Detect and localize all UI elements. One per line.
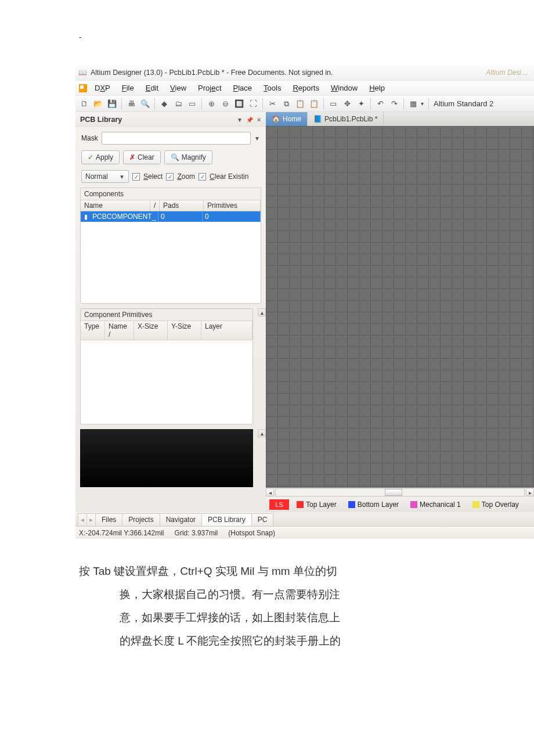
scroll-right-icon[interactable]: ▸ xyxy=(526,488,534,496)
toolbar-layer-combo[interactable]: Altium Standard 2 xyxy=(428,98,498,110)
menu-view[interactable]: View xyxy=(165,82,192,93)
select-checkbox[interactable]: ✓ xyxy=(132,173,140,181)
panel-menu-icon[interactable]: ▼ xyxy=(237,117,243,123)
layer-set-button[interactable]: LS xyxy=(269,499,289,510)
move-icon[interactable]: ✥ xyxy=(341,98,353,110)
component-row[interactable]: ▮ PCBCOMPONENT_ 0 0 xyxy=(81,211,261,222)
swatch-icon xyxy=(348,501,355,508)
primitives-label: Component Primitives xyxy=(81,309,252,321)
menu-dxp[interactable]: DXP xyxy=(89,82,116,93)
deselect-icon[interactable]: ✦ xyxy=(355,98,367,110)
menu-place[interactable]: Place xyxy=(228,82,258,93)
new-doc-icon[interactable]: 🗋 xyxy=(78,98,91,110)
components-label: Components xyxy=(81,188,261,200)
clear-button[interactable]: ✗Clear xyxy=(123,150,161,164)
toolbar-sep xyxy=(403,98,404,110)
menu-window[interactable]: Window xyxy=(326,82,363,93)
layer-top-overlay[interactable]: Top Overlay xyxy=(468,499,523,510)
pcol-ysize[interactable]: Y-Size xyxy=(168,321,201,340)
tab-navigator[interactable]: Navigator xyxy=(160,513,202,525)
components-group: Components Name / Pads Primitives ▮ PCBC… xyxy=(80,188,261,304)
zoom-checkbox[interactable]: ✓ xyxy=(166,173,174,181)
mask-label: Mask xyxy=(81,134,98,142)
menu-tools[interactable]: Tools xyxy=(258,82,286,93)
tab-home[interactable]: 🏠 Home xyxy=(266,112,308,126)
toolbar-sep xyxy=(262,98,263,110)
pcb-canvas[interactable] xyxy=(266,126,534,488)
paste-icon[interactable]: 📋 xyxy=(294,98,306,110)
menu-help[interactable]: Help xyxy=(364,82,390,93)
swatch-icon xyxy=(297,501,304,508)
app-window: 📖 Altium Designer (13.0) - PcbLib1.PcbLi… xyxy=(75,65,534,539)
zoom-area-icon[interactable]: 🔲 xyxy=(233,98,246,110)
tabs-scroll-left-icon[interactable]: ◂ xyxy=(78,513,87,525)
panel-close-icon[interactable]: ✕ xyxy=(257,117,261,123)
open-icon[interactable]: 📂 xyxy=(92,98,104,110)
cut-icon[interactable]: ✂ xyxy=(266,98,279,110)
zoom-out-icon[interactable]: ⊖ xyxy=(219,98,232,110)
mode-select[interactable]: Normal▼ xyxy=(81,170,129,183)
menu-edit[interactable]: Edit xyxy=(140,82,164,93)
collapse-preview-icon[interactable]: ▴ xyxy=(258,429,266,437)
menubar: DXP File Edit View Project Place Tools R… xyxy=(75,80,534,95)
select-label: Select xyxy=(143,172,163,181)
layer-tabs: LS Top Layer Bottom Layer Mechanical 1 T… xyxy=(266,497,534,512)
library-icon[interactable]: 🗂 xyxy=(172,98,185,110)
bottom-panel-tabs: ◂ ▸ Files Projects Navigator PCB Library… xyxy=(75,512,534,526)
altium-icon[interactable] xyxy=(78,83,88,93)
redo-icon[interactable]: ↷ xyxy=(388,98,400,110)
clear-existing-checkbox[interactable]: ✓ xyxy=(199,173,206,181)
scroll-thumb[interactable] xyxy=(385,489,402,496)
zoom-fit-icon[interactable]: ⛶ xyxy=(247,98,259,110)
preview-icon[interactable]: 🔍 xyxy=(139,98,151,110)
save-icon[interactable]: 💾 xyxy=(106,98,118,110)
component-pads: 0 xyxy=(158,212,203,221)
pcol-layer[interactable]: Layer xyxy=(201,321,252,340)
pcol-xsize[interactable]: X-Size xyxy=(134,321,168,340)
tab-pcb-library[interactable]: PCB Library xyxy=(201,513,252,525)
col-pads[interactable]: Pads xyxy=(160,200,204,211)
scroll-left-icon[interactable]: ◂ xyxy=(266,488,274,496)
menu-project[interactable]: Project xyxy=(193,82,226,93)
mask-dropdown-icon[interactable]: ▼ xyxy=(254,135,260,142)
pcol-type[interactable]: Type xyxy=(81,321,105,340)
print-icon[interactable]: 🖶 xyxy=(125,98,138,110)
grid-dropdown-icon[interactable]: ▾ xyxy=(421,100,424,107)
copy-icon[interactable]: ⧉ xyxy=(280,98,293,110)
toolbar: 🗋 📂 💾 🖶 🔍 ◆ 🗂 ▭ ⊕ ⊖ 🔲 ⛶ ✂ ⧉ 📋 📋 ▭ ✥ ✦ xyxy=(75,95,534,111)
tab-projects[interactable]: Projects xyxy=(122,513,160,525)
grid-icon[interactable]: ▦ xyxy=(407,98,420,110)
tab-files[interactable]: Files xyxy=(95,513,122,525)
col-primitives[interactable]: Primitives xyxy=(204,200,261,211)
page-header-dash: - xyxy=(79,33,534,42)
tabs-scroll-right-icon[interactable]: ▸ xyxy=(86,513,96,525)
panel-pin-icon[interactable]: 📌 xyxy=(246,117,253,123)
panel-icon[interactable]: ▭ xyxy=(186,98,199,110)
magnify-button[interactable]: 🔍Magnify xyxy=(164,150,212,164)
layer-top[interactable]: Top Layer xyxy=(293,499,341,510)
mask-input[interactable] xyxy=(102,132,251,145)
paste-special-icon[interactable]: 📋 xyxy=(308,98,320,110)
collapse-up-icon[interactable]: ▴ xyxy=(258,308,266,316)
tab-pc[interactable]: PC xyxy=(251,513,274,525)
col-name[interactable]: Name xyxy=(81,200,150,211)
canvas-hscroll[interactable]: ◂ ▸ xyxy=(266,488,534,497)
menu-file[interactable]: File xyxy=(117,82,139,93)
menu-reports[interactable]: Reports xyxy=(287,82,324,93)
apply-button[interactable]: ✓Apply xyxy=(81,150,120,164)
status-coords: X:-204.724mil Y:366.142mil xyxy=(79,529,164,537)
titlebar: 📖 Altium Designer (13.0) - PcbLib1.PcbLi… xyxy=(75,65,534,80)
zoom-in-icon[interactable]: ⊕ xyxy=(205,98,218,110)
layer-bottom[interactable]: Bottom Layer xyxy=(344,499,403,510)
col-sort-icon[interactable]: / xyxy=(150,200,160,211)
tab-pcblib[interactable]: 📘 PcbLib1.PcbLib * xyxy=(308,112,384,126)
status-snap: (Hotspot Snap) xyxy=(228,529,275,537)
layers-icon[interactable]: ◆ xyxy=(158,98,171,110)
primitives-group: Component Primitives Type Name / X-Size … xyxy=(80,308,253,424)
layer-mech1[interactable]: Mechanical 1 xyxy=(406,499,465,510)
app-logo-icon: 📖 xyxy=(78,68,87,77)
select-icon[interactable]: ▭ xyxy=(327,98,340,110)
toolbar-sep xyxy=(121,98,122,110)
pcol-name[interactable]: Name / xyxy=(105,321,134,340)
undo-icon[interactable]: ↶ xyxy=(374,98,387,110)
